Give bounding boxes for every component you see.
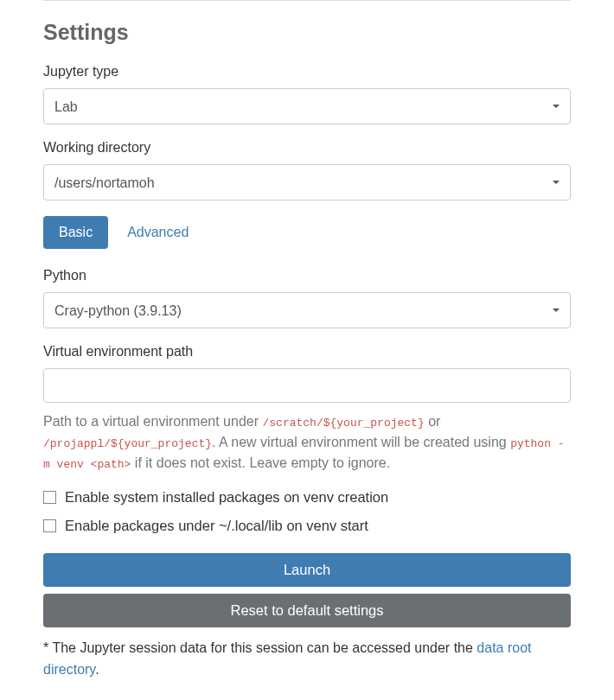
launch-button[interactable]: Launch bbox=[43, 553, 571, 587]
working-directory-select[interactable]: /users/nortamoh bbox=[43, 164, 571, 200]
venv-path-input[interactable] bbox=[43, 368, 571, 403]
footnote: * The Jupyter session data for this sess… bbox=[43, 638, 571, 681]
checkbox-system-packages[interactable] bbox=[43, 491, 56, 504]
jupyter-type-label: Jupyter type bbox=[43, 64, 571, 80]
jupyter-type-select[interactable]: Lab bbox=[43, 88, 571, 124]
checkbox-system-packages-group: Enable system installed packages on venv… bbox=[43, 489, 571, 506]
checkbox-local-lib[interactable] bbox=[43, 519, 56, 532]
button-area: Launch Reset to default settings bbox=[43, 553, 571, 627]
working-directory-group: Working directory /users/nortamoh bbox=[43, 140, 571, 200]
venv-path-label: Virtual environment path bbox=[43, 344, 571, 360]
working-directory-label: Working directory bbox=[43, 140, 571, 156]
jupyter-type-group: Jupyter type Lab bbox=[43, 64, 571, 124]
venv-path-group: Virtual environment path Path to a virtu… bbox=[43, 344, 571, 474]
footnote-prefix: * The Jupyter session data for this sess… bbox=[43, 640, 476, 655]
reset-button[interactable]: Reset to default settings bbox=[43, 594, 571, 627]
tabs-container: Basic Advanced bbox=[43, 216, 571, 249]
settings-heading: Settings bbox=[43, 20, 571, 45]
python-group: Python Cray-python (3.9.13) bbox=[43, 268, 571, 328]
checkbox-local-lib-group: Enable packages under ~/.local/lib on ve… bbox=[43, 518, 571, 534]
help-code-2: /projappl/${your_project} bbox=[43, 437, 212, 450]
python-select[interactable]: Cray-python (3.9.13) bbox=[43, 292, 571, 328]
help-text-mid: . A new virtual environment will be crea… bbox=[212, 435, 510, 449]
tab-advanced[interactable]: Advanced bbox=[112, 216, 204, 249]
venv-path-help: Path to a virtual environment under /scr… bbox=[43, 411, 571, 474]
help-code-1: /scratch/${your_project} bbox=[262, 417, 424, 430]
python-label: Python bbox=[43, 268, 571, 283]
help-text-or: or bbox=[425, 414, 441, 429]
checkbox-local-lib-label[interactable]: Enable packages under ~/.local/lib on ve… bbox=[65, 518, 368, 534]
tab-basic[interactable]: Basic bbox=[43, 216, 108, 249]
checkbox-system-packages-label[interactable]: Enable system installed packages on venv… bbox=[65, 489, 388, 506]
top-divider bbox=[43, 0, 571, 1]
help-text-suffix: if it does not exist. Leave empty to ign… bbox=[131, 455, 390, 470]
help-text-prefix: Path to a virtual environment under bbox=[43, 414, 262, 429]
footnote-suffix: . bbox=[95, 662, 99, 677]
